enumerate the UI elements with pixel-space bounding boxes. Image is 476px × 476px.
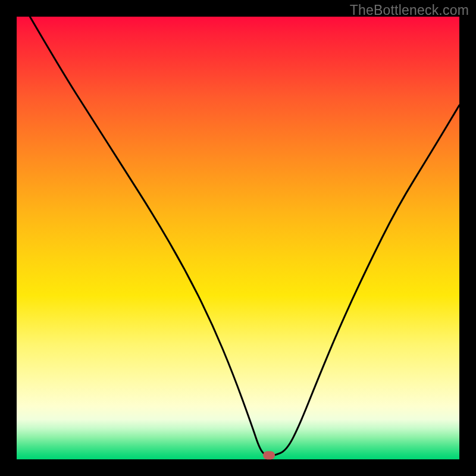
watermark-text: TheBottleneck.com [350, 2, 469, 18]
optimal-point-marker [263, 451, 275, 459]
chart-frame: TheBottleneck.com [0, 0, 476, 476]
chart-overlay [17, 17, 459, 459]
bottleneck-curve [30, 17, 459, 456]
